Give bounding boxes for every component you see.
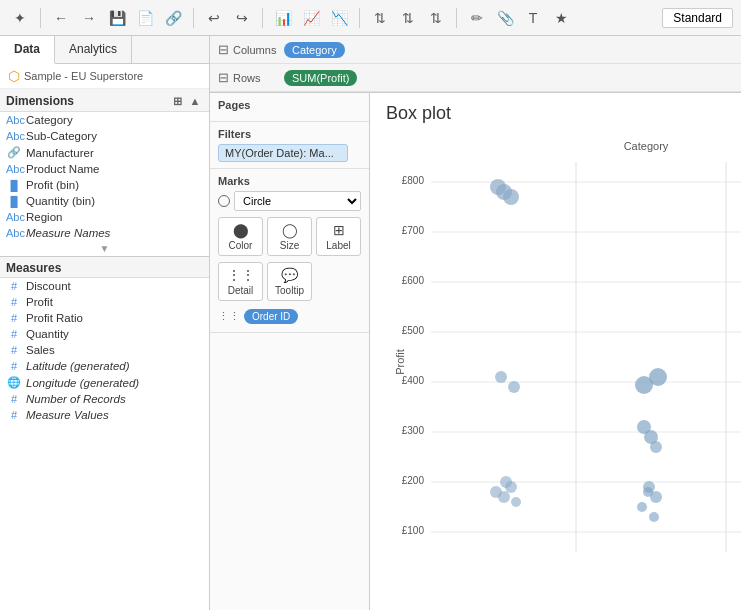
standard-button[interactable]: Standard xyxy=(662,8,733,28)
chart-svg: Category £800 £700 £600 £500 £400 £300 £… xyxy=(386,132,741,610)
hash-icon: # xyxy=(6,312,22,324)
save-icon[interactable]: 💾 xyxy=(105,6,129,30)
svg-point-37 xyxy=(643,487,653,497)
toolbar: ✦ ← → 💾 📄 🔗 ↩ ↪ 📊 📈 📉 ⇅ ⇅ ⇅ ✏ 📎 T ★ Stan… xyxy=(0,0,741,36)
clip-icon[interactable]: 📎 xyxy=(493,6,517,30)
text-icon[interactable]: T xyxy=(521,6,545,30)
datasource-icon: ⬡ xyxy=(8,68,20,84)
addview-icon[interactable]: 📄 xyxy=(133,6,157,30)
tabs: Data Analytics xyxy=(0,36,209,64)
left-panel: Data Analytics ⬡ Sample - EU Superstore … xyxy=(0,36,210,610)
field-discount[interactable]: # Discount xyxy=(0,278,209,294)
abc-icon: Abc xyxy=(6,227,22,239)
field-label: Region xyxy=(26,211,62,223)
tab-data[interactable]: Data xyxy=(0,36,55,64)
marks-title: Marks xyxy=(218,175,361,187)
field-profitbin[interactable]: ▐▌ Profit (bin) xyxy=(0,177,209,193)
chart2-icon[interactable]: 📈 xyxy=(299,6,323,30)
svg-text:£400: £400 xyxy=(402,375,425,386)
field-measurevalues[interactable]: # Measure Values xyxy=(0,407,209,423)
grid-icon[interactable]: ⊞ xyxy=(169,93,185,109)
field-label: Manufacturer xyxy=(26,147,94,159)
pages-card: Pages xyxy=(210,93,369,122)
measures-section: Measures # Discount # Profit # Profit Ra… xyxy=(0,256,209,423)
field-numrecords[interactable]: # Number of Records xyxy=(0,391,209,407)
logo-icon[interactable]: ✦ xyxy=(8,6,32,30)
field-profit[interactable]: # Profit xyxy=(0,294,209,310)
tooltip-button[interactable]: 💬 Tooltip xyxy=(267,262,312,301)
swap-icon[interactable]: ⇅ xyxy=(368,6,392,30)
hash-icon: # xyxy=(6,328,22,340)
redo-icon[interactable]: ↪ xyxy=(230,6,254,30)
field-profitratio[interactable]: # Profit Ratio xyxy=(0,310,209,326)
field-longitude[interactable]: 🌐 Longitude (generated) xyxy=(0,374,209,391)
field-quantitybin[interactable]: ▐▌ Quantity (bin) xyxy=(0,193,209,209)
detail-label: Detail xyxy=(228,285,254,296)
marks-detail-row: ⋮⋮ Order ID xyxy=(218,307,361,326)
forward-icon[interactable]: → xyxy=(77,6,101,30)
field-label: Sales xyxy=(26,344,55,356)
hash-icon: # xyxy=(6,409,22,421)
field-productname[interactable]: Abc Product Name xyxy=(0,161,209,177)
field-label: Profit xyxy=(26,296,53,308)
field-region[interactable]: Abc Region xyxy=(0,209,209,225)
datasource-icon[interactable]: 🔗 xyxy=(161,6,185,30)
svg-point-22 xyxy=(508,381,520,393)
sep4 xyxy=(359,8,360,28)
detail-pill[interactable]: Order ID xyxy=(244,309,298,324)
field-category[interactable]: Abc Category xyxy=(0,112,209,128)
columns-shelf: ⊟ Columns Category xyxy=(210,36,741,64)
field-subcategory[interactable]: Abc Sub-Category xyxy=(0,128,209,144)
field-sales[interactable]: # Sales xyxy=(0,342,209,358)
main-layout: Data Analytics ⬡ Sample - EU Superstore … xyxy=(0,36,741,610)
datasource-label[interactable]: Sample - EU Superstore xyxy=(24,70,143,82)
star-icon[interactable]: ★ xyxy=(549,6,573,30)
field-latitude[interactable]: # Latitude (generated) xyxy=(0,358,209,374)
svg-point-35 xyxy=(637,502,647,512)
svg-point-21 xyxy=(495,371,507,383)
abc-icon: Abc xyxy=(6,114,22,126)
color-button[interactable]: ⬤ Color xyxy=(218,217,263,256)
abc-icon: Abc xyxy=(6,163,22,175)
field-quantity[interactable]: # Quantity xyxy=(0,326,209,342)
sort-icon[interactable]: ⇅ xyxy=(396,6,420,30)
svg-point-32 xyxy=(650,441,662,453)
chart-icon[interactable]: 📊 xyxy=(271,6,295,30)
field-label: Discount xyxy=(26,280,71,292)
chart3-icon[interactable]: 📉 xyxy=(327,6,351,30)
field-label: Quantity xyxy=(26,328,69,340)
svg-point-27 xyxy=(511,497,521,507)
svg-text:Profit: Profit xyxy=(394,349,406,375)
columns-pill[interactable]: Category xyxy=(284,42,345,58)
detail-button[interactable]: ⋮⋮ Detail xyxy=(218,262,263,301)
size-icon: ◯ xyxy=(282,222,298,238)
rows-pill[interactable]: SUM(Profit) xyxy=(284,70,357,86)
scroll-down[interactable]: ▼ xyxy=(0,241,209,256)
columns-label: ⊟ Columns xyxy=(218,42,278,57)
rows-label: ⊟ Rows xyxy=(218,70,278,85)
size-button[interactable]: ◯ Size xyxy=(267,217,312,256)
filters-title: Filters xyxy=(218,128,361,140)
filter-icon[interactable]: ⇅ xyxy=(424,6,448,30)
collapse-icon[interactable]: ▲ xyxy=(187,93,203,109)
label-button[interactable]: ⊞ Label xyxy=(316,217,361,256)
pen-icon[interactable]: ✏ xyxy=(465,6,489,30)
category-axis-label: Category xyxy=(624,140,669,152)
svg-text:£200: £200 xyxy=(402,475,425,486)
svg-text:£700: £700 xyxy=(402,225,425,236)
filter-pill[interactable]: MY(Order Date): Ma... xyxy=(218,144,348,162)
shelves: ⊟ Columns Category ⊟ Rows SUM(Profit) xyxy=(210,36,741,93)
marks-card: Marks Circle Bar Line Area Square xyxy=(210,169,369,333)
marks-type-select[interactable]: Circle Bar Line Area Square xyxy=(234,191,361,211)
back-icon[interactable]: ← xyxy=(49,6,73,30)
tab-analytics[interactable]: Analytics xyxy=(55,36,132,63)
field-label: Profit (bin) xyxy=(26,179,79,191)
marks-buttons: ⬤ Color ◯ Size ⊞ Label xyxy=(218,217,361,256)
link-icon: 🔗 xyxy=(6,146,22,159)
bar-icon: ▐▌ xyxy=(6,196,22,207)
undo-icon[interactable]: ↩ xyxy=(202,6,226,30)
field-measurenames[interactable]: Abc Measure Names xyxy=(0,225,209,241)
hash-icon: # xyxy=(6,280,22,292)
field-manufacturer[interactable]: 🔗 Manufacturer xyxy=(0,144,209,161)
dimensions-label: Dimensions xyxy=(6,94,74,108)
